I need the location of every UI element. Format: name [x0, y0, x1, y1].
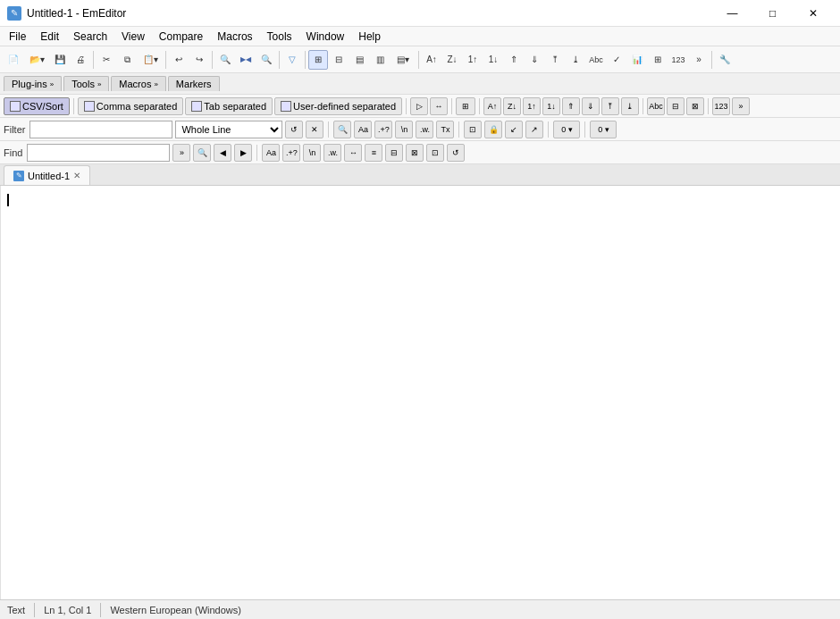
csv-sortz-button[interactable]: Z↓	[503, 97, 521, 115]
find-input[interactable]	[27, 144, 170, 162]
filter-lock-button[interactable]: 🔒	[484, 121, 502, 138]
filter-search-button[interactable]: 🔍	[333, 121, 351, 138]
plugins-tab[interactable]: Plug-ins »	[4, 76, 62, 91]
filter-clear-button[interactable]: ✕	[306, 121, 323, 138]
filter-newline-button[interactable]: \n	[395, 121, 413, 138]
menu-file[interactable]: File	[2, 27, 33, 46]
filter-num1-button[interactable]: 0 ▾	[553, 121, 580, 138]
menu-help[interactable]: Help	[351, 27, 388, 46]
sort-num-asc-button[interactable]: 1↑	[463, 50, 483, 70]
filter-mode-select[interactable]: Whole Line Contains Regex	[175, 121, 282, 138]
csv-up-button[interactable]: ⇑	[562, 97, 580, 115]
csv-abc-button[interactable]: Abc	[647, 97, 665, 115]
close-button[interactable]: ✕	[793, 0, 833, 27]
comma-sep-button[interactable]: Comma separated	[78, 97, 184, 115]
print-button[interactable]: 🖨	[71, 50, 90, 70]
filter-refresh-button[interactable]: ↺	[285, 121, 303, 138]
menu-search[interactable]: Search	[66, 27, 114, 46]
menu-compare[interactable]: Compare	[152, 27, 210, 46]
redo-button[interactable]: ↪	[189, 50, 209, 70]
filter-next-button[interactable]: ↗	[525, 121, 543, 138]
sort-top-button[interactable]: ⤒	[545, 50, 565, 70]
view-csv-button[interactable]: ⊞	[308, 50, 328, 70]
csv-grid-button[interactable]: ⊞	[456, 97, 475, 115]
menu-window[interactable]: Window	[299, 27, 352, 46]
csv-numfmt-button[interactable]: 123	[712, 97, 730, 115]
filter-tx-button[interactable]: Tx	[436, 121, 454, 138]
csv-top-button[interactable]: ⤒	[601, 97, 619, 115]
find-grid1-button[interactable]: ⊟	[385, 144, 403, 162]
open-dropdown-button[interactable]: 📂▾	[24, 50, 49, 70]
find-prev-button[interactable]: ▶◀	[236, 50, 256, 70]
sort-num-desc-button[interactable]: 1↓	[483, 50, 503, 70]
minimize-button[interactable]: —	[712, 0, 752, 27]
tools-tab[interactable]: Tools »	[63, 76, 109, 91]
overflow-button[interactable]: »	[689, 50, 709, 70]
save-button[interactable]: 💾	[50, 50, 70, 70]
view-grid-button[interactable]: ⊟	[329, 50, 349, 70]
maximize-button[interactable]: □	[752, 0, 793, 27]
view-col-button[interactable]: ▥	[370, 50, 390, 70]
csv-bottom-button[interactable]: ⤓	[621, 97, 639, 115]
filter-word-button[interactable]: .w.	[416, 121, 433, 138]
find-next-button[interactable]: 🔍	[256, 50, 276, 70]
find-swap-button[interactable]: ↔	[344, 144, 362, 162]
sort-up-button[interactable]: ⇑	[504, 50, 524, 70]
document-tab-untitled1[interactable]: ✎ Untitled-1 ✕	[4, 165, 90, 185]
csv-sort1-button[interactable]: 1↑	[523, 97, 541, 115]
num-format-button[interactable]: 123	[668, 50, 688, 70]
find-search-button[interactable]: 🔍	[193, 144, 211, 162]
user-sep-button[interactable]: User-defined separated	[274, 97, 402, 115]
cut-button[interactable]: ✂	[97, 50, 116, 70]
csv-col-button[interactable]: ↔	[430, 97, 448, 115]
csv-plus-button[interactable]: ▷	[410, 97, 428, 115]
sort-bottom-button[interactable]: ⤓	[566, 50, 585, 70]
find-button[interactable]: 🔍	[215, 50, 235, 70]
find-regex-button[interactable]: .+?	[282, 144, 300, 162]
menu-tools[interactable]: Tools	[260, 27, 299, 46]
find-refresh-button[interactable]: ↺	[447, 144, 465, 162]
csv-sort1d-button[interactable]: 1↓	[542, 97, 560, 115]
filter-num2-button[interactable]: 0 ▾	[590, 121, 617, 138]
editor-area[interactable]	[0, 186, 840, 599]
csv-sorta-button[interactable]: A↑	[483, 97, 501, 115]
plugin-settings-button[interactable]: 🔧	[715, 50, 735, 70]
csv-overflow-button[interactable]: »	[732, 97, 750, 115]
macros-tab[interactable]: Macros »	[111, 76, 166, 91]
find-list-button[interactable]: ≡	[365, 144, 382, 162]
csv-grid3-button[interactable]: ⊠	[686, 97, 704, 115]
view-dropdown-button[interactable]: ▤▾	[391, 50, 416, 70]
csv-down-button[interactable]: ⇓	[582, 97, 600, 115]
sort-down-button[interactable]: ⇓	[525, 50, 544, 70]
filter-prev-button[interactable]: ↙	[505, 121, 523, 138]
find-prev-result-button[interactable]: ◀	[214, 144, 231, 162]
find-next-result-button[interactable]: ▶	[234, 144, 252, 162]
copy-button[interactable]: ⧉	[117, 50, 137, 70]
doc-tab-close-button[interactable]: ✕	[73, 171, 80, 180]
view-list-button[interactable]: ▤	[349, 50, 369, 70]
sort-asc-button[interactable]: A↑	[422, 50, 441, 70]
find-grid2-button[interactable]: ⊠	[406, 144, 424, 162]
csv-grid2-button[interactable]: ⊟	[667, 97, 685, 115]
sort-desc-button[interactable]: Z↓	[442, 50, 462, 70]
filter-case-button[interactable]: Aa	[354, 121, 372, 138]
paste-dropdown-button[interactable]: 📋▾	[138, 50, 163, 70]
spellcheck-button[interactable]: Abc	[586, 50, 606, 70]
csv-sort-button[interactable]: CSV/Sort	[4, 97, 70, 115]
col-button[interactable]: ⊞	[648, 50, 668, 70]
find-word-button[interactable]: .w.	[323, 144, 341, 162]
spellcheck2-button[interactable]: ✓	[607, 50, 626, 70]
markers-tab[interactable]: Markers	[168, 76, 220, 91]
filter-rect-button[interactable]: ⊡	[464, 121, 482, 138]
find-grid3-button[interactable]: ⊡	[426, 144, 444, 162]
menu-macros[interactable]: Macros	[210, 27, 259, 46]
find-case-button[interactable]: Aa	[262, 144, 280, 162]
undo-button[interactable]: ↩	[169, 50, 189, 70]
menu-view[interactable]: View	[114, 27, 152, 46]
find-arrow-button[interactable]: »	[172, 144, 190, 162]
menu-edit[interactable]: Edit	[33, 27, 66, 46]
filter-icon-button[interactable]: ▽	[282, 50, 302, 70]
new-button[interactable]: 📄	[4, 50, 23, 70]
find-nl-button[interactable]: \n	[303, 144, 321, 162]
tab-sep-button[interactable]: Tab separated	[185, 97, 273, 115]
